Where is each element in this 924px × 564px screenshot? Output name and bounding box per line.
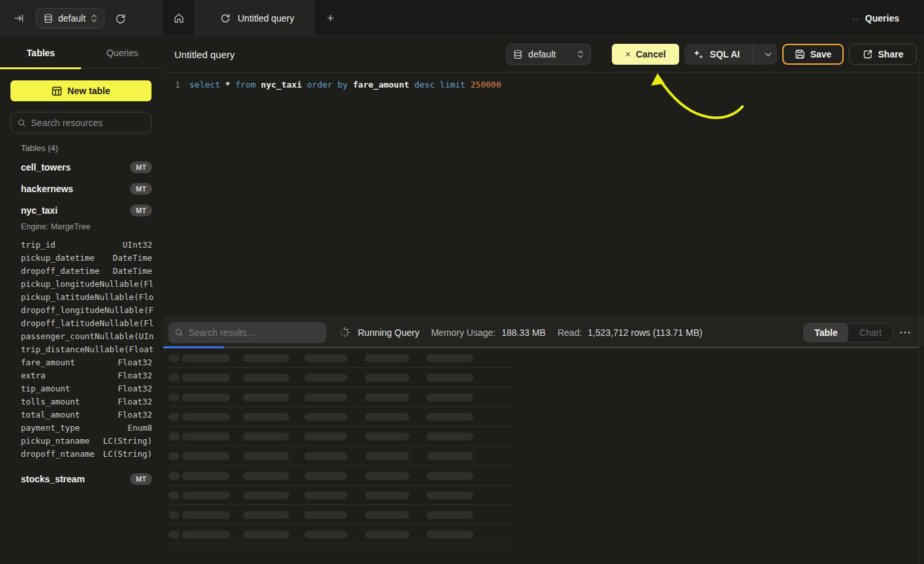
topbar-database-selector[interactable]: default bbox=[36, 8, 104, 29]
skeleton-cell bbox=[304, 452, 347, 460]
column-row-passenger_count: passenger_countNullable(UIn bbox=[0, 329, 163, 342]
skeleton-cell bbox=[168, 452, 180, 460]
column-type: Nullable(Fl bbox=[99, 279, 153, 289]
column-name: trip_distance bbox=[21, 344, 85, 354]
engine-badge: MT bbox=[130, 183, 152, 195]
share-button[interactable]: Share bbox=[849, 44, 917, 65]
skeleton-cell bbox=[304, 491, 347, 499]
skeleton-cell bbox=[304, 433, 347, 440]
home-tab-button[interactable] bbox=[163, 0, 194, 37]
results-search[interactable] bbox=[168, 322, 327, 343]
sidebar-tab-queries[interactable]: Queries bbox=[82, 37, 163, 68]
skeleton-cell bbox=[182, 433, 230, 440]
view-tab-chart[interactable]: Chart bbox=[848, 323, 893, 342]
column-type: DateTime bbox=[113, 253, 152, 263]
query-header: Untitled query default × Cancel bbox=[163, 37, 924, 73]
table-icon bbox=[52, 86, 62, 96]
skeleton-cell bbox=[426, 413, 473, 421]
sparkles-icon bbox=[693, 49, 704, 60]
sidebar-tabs: Tables Queries bbox=[0, 37, 163, 69]
chevron-down-icon bbox=[765, 52, 772, 57]
table-name: cell_towers bbox=[21, 162, 71, 173]
sql-token: fare_amount bbox=[353, 80, 409, 90]
sql-ai-button[interactable]: SQL AI bbox=[684, 44, 777, 65]
column-row-dropoff_ntaname: dropoff_ntanameLC(String) bbox=[0, 447, 163, 460]
sql-token bbox=[466, 80, 471, 90]
results-toolbar: Running Query Memory Usage: 188.33 MB Re… bbox=[163, 318, 924, 346]
new-table-label: New table bbox=[67, 86, 110, 96]
column-type: Float32 bbox=[118, 397, 152, 406]
query-title: Untitled query bbox=[174, 49, 235, 60]
collapse-sidebar-button[interactable] bbox=[9, 8, 29, 28]
sql-editor[interactable]: 1 select * from nyc_taxi order by fare_a… bbox=[163, 73, 919, 318]
skeleton-cell bbox=[182, 472, 230, 480]
queries-menu-button[interactable]: ·· Queries bbox=[852, 0, 899, 37]
column-type: Float32 bbox=[118, 384, 152, 393]
column-row-tolls_amount: tolls_amountFloat32 bbox=[0, 395, 163, 408]
skeleton-cell bbox=[243, 374, 289, 382]
more-options-button[interactable]: ··· bbox=[900, 327, 912, 337]
home-icon bbox=[173, 12, 185, 24]
cancel-button[interactable]: × Cancel bbox=[612, 44, 679, 65]
save-button[interactable]: Save bbox=[782, 44, 844, 65]
top-bar-left: default bbox=[0, 0, 163, 37]
column-row-trip_id: trip_idUInt32 bbox=[0, 238, 163, 251]
table-name: stocks_stream bbox=[21, 474, 85, 484]
skeleton-cell bbox=[426, 374, 473, 382]
results-search-input[interactable] bbox=[189, 327, 320, 338]
column-row-dropoff_datetime: dropoff_datetimeDateTime bbox=[0, 264, 163, 277]
engine-badge: MT bbox=[130, 205, 152, 216]
skeleton-cell bbox=[304, 413, 347, 421]
topbar-database-value: default bbox=[58, 13, 86, 24]
skeleton-cell bbox=[304, 511, 347, 519]
view-tab-table[interactable]: Table bbox=[804, 323, 848, 342]
skeleton-cell bbox=[243, 393, 289, 401]
table-row-hackernews[interactable]: hackernewsMT bbox=[0, 178, 163, 199]
column-row-pickup_longitude: pickup_longitudeNullable(Fl bbox=[0, 277, 163, 290]
column-name: dropoff_datetime bbox=[21, 266, 99, 276]
table-row-nyc_taxi[interactable]: nyc_taxiMT bbox=[0, 199, 163, 221]
column-row-pickup_ntaname: pickup_ntanameLC(String) bbox=[0, 434, 163, 447]
column-row-pickup_latitude: pickup_latitudeNullable(Flo bbox=[0, 290, 163, 303]
column-type: Nullable(Float bbox=[85, 344, 153, 354]
scrollbar-gutter[interactable] bbox=[919, 59, 924, 564]
column-type: Nullable(UIn bbox=[95, 331, 153, 341]
skeleton-cell bbox=[426, 393, 473, 401]
skeleton-cell bbox=[304, 393, 347, 401]
skeleton-row bbox=[163, 446, 919, 466]
new-tab-button[interactable]: + bbox=[315, 0, 346, 37]
sidebar-search[interactable] bbox=[10, 112, 151, 133]
table-row-stocks_stream[interactable]: stocks_streamMT bbox=[0, 468, 163, 489]
query-database-selector[interactable]: default bbox=[506, 44, 591, 65]
new-table-button[interactable]: New table bbox=[10, 80, 151, 101]
table-row-cell_towers[interactable]: cell_towersMT bbox=[0, 156, 163, 178]
sidebar-search-input[interactable] bbox=[31, 118, 144, 128]
skeleton-cell bbox=[426, 354, 473, 362]
column-type: Enum8 bbox=[127, 423, 152, 433]
header-actions: default × Cancel SQL AI bbox=[506, 44, 917, 65]
sql-ai-dropdown-button[interactable] bbox=[759, 44, 777, 65]
chevron-up-down-icon bbox=[577, 50, 584, 59]
skeleton-cell bbox=[426, 472, 473, 480]
share-icon bbox=[863, 49, 873, 59]
skeleton-cell bbox=[243, 491, 289, 499]
column-name: pickup_datetime bbox=[21, 253, 95, 263]
top-bar: default Untitled query + ·· bbox=[0, 0, 924, 37]
tab-strip: Untitled query + bbox=[163, 0, 924, 37]
column-type: DateTime bbox=[113, 266, 152, 276]
refresh-button[interactable] bbox=[110, 8, 130, 28]
skeleton-row bbox=[163, 348, 919, 368]
skeleton-cell bbox=[365, 433, 409, 440]
cancel-label: Cancel bbox=[636, 49, 666, 59]
chevron-up-down-icon bbox=[91, 14, 97, 23]
skeleton-cell bbox=[304, 531, 347, 539]
sidebar-tab-tables[interactable]: Tables bbox=[0, 37, 82, 68]
sql-statement: select * from nyc_taxi order by fare_amo… bbox=[189, 78, 502, 91]
skeleton-cell bbox=[365, 472, 409, 480]
save-icon bbox=[795, 49, 805, 59]
queries-dots-icon: ·· bbox=[852, 14, 859, 23]
engine-badge: MT bbox=[130, 161, 152, 173]
tab-untitled-query[interactable]: Untitled query bbox=[194, 0, 315, 37]
search-icon bbox=[18, 118, 26, 127]
list-gap bbox=[0, 460, 163, 468]
